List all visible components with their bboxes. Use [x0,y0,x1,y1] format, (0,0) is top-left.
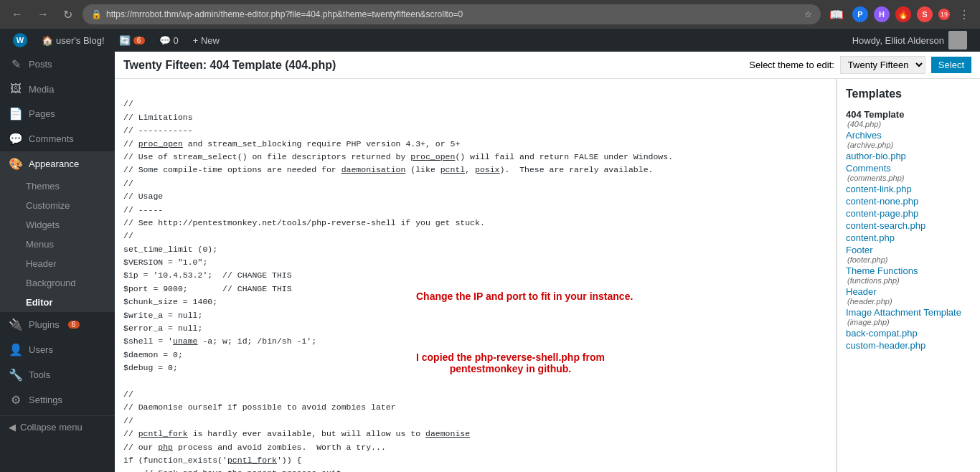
template-link-author-bio[interactable]: author-bio.php [846,151,971,161]
sidebar-item-plugins[interactable]: 🔌 Plugins 6 [0,312,115,337]
plugins-icon: 🔌 [9,318,23,331]
sidebar-item-editor[interactable]: Editor [0,293,115,312]
sidebar: ✎ Posts 🖼 Media 📄 Pages 💬 Comments 🎨 App… [0,52,115,472]
browser-chrome: ← → ↻ 🔒 https://mrrobot.thm/wp-admin/the… [0,0,980,29]
back-button[interactable]: ← [7,5,27,24]
template-link-custom-header[interactable]: custom-header.php [846,340,971,351]
template-link-404[interactable]: 404 Template [846,109,971,120]
pages-icon: 📄 [9,107,23,121]
new-label: + New [193,35,220,46]
ext-s-icon[interactable]: S [917,6,933,22]
template-filename-header-tmpl: (header.php) [847,297,971,306]
wp-logo-item[interactable]: W [6,29,34,52]
url-text: https://mrrobot.thm/wp-admin/theme-edito… [106,9,463,19]
template-filename-404: (404.php) [847,120,971,128]
comments-item[interactable]: 💬 0 [152,29,186,52]
template-item-content: content.php [846,232,971,243]
notification-badge: 19 [938,9,950,20]
template-link-theme-functions[interactable]: Theme Functions [846,265,971,276]
sidebar-label-menus: Menus [26,239,54,250]
template-link-back-compat[interactable]: back-compat.php [846,328,971,339]
sidebar-label-media: Media [29,84,54,95]
template-filename-comments: (comments.php) [847,174,971,182]
ext-h-icon[interactable]: H [874,6,890,22]
template-link-image-attachment[interactable]: Image Attachment Template [846,307,971,318]
template-item-back-compat: back-compat.php [846,328,971,339]
sidebar-item-posts[interactable]: ✎ Posts [0,52,115,77]
sidebar-label-appearance: Appearance [29,159,79,169]
template-link-content-none[interactable]: content-none.php [846,196,971,207]
template-link-content-search[interactable]: content-search.php [846,220,971,231]
sidebar-label-header: Header [26,258,57,269]
sidebar-label-users: Users [29,344,53,355]
user-avatar [948,31,967,49]
updates-item[interactable]: 🔄 6 [112,29,152,52]
template-item-image-attachment: Image Attachment Template (image.php) [846,307,971,326]
code-scroll-area[interactable]: // // Limitations // ----------- // proc… [115,79,836,472]
template-item-custom-header: custom-header.php [846,340,971,351]
update-count: 6 [133,37,145,44]
template-link-content-link[interactable]: content-link.php [846,184,971,194]
address-bar[interactable]: 🔒 https://mrrobot.thm/wp-admin/theme-edi… [83,4,821,24]
template-item-content-page: content-page.php [846,208,971,219]
sidebar-label-plugins: Plugins [29,319,60,330]
collapse-menu-button[interactable]: ◀ Collapse menu [0,416,115,438]
sidebar-item-comments[interactable]: 💬 Comments [0,126,115,151]
sidebar-label-background: Background [26,278,75,288]
template-link-content-page[interactable]: content-page.php [846,208,971,219]
sidebar-item-pages[interactable]: 📄 Pages [0,101,115,126]
settings-icon: ⚙ [9,393,23,407]
wp-logo: W [13,33,27,47]
bookmark-icon: ☆ [804,9,812,19]
refresh-button[interactable]: ↻ [59,5,77,24]
users-icon: 👤 [9,343,23,357]
template-item-archives: Archives (archive.php) [846,130,971,149]
sidebar-item-menus[interactable]: Menus [0,235,115,254]
template-link-comments[interactable]: Comments [846,163,971,174]
sidebar-item-background[interactable]: Background [0,273,115,293]
template-filename-image-attachment: (image.php) [847,318,971,326]
select-theme-label: Select theme to edit: [749,60,834,70]
code-lines: // // Limitations // ----------- // proc… [118,85,833,472]
ext-fire-icon[interactable]: 🔥 [895,6,911,22]
sidebar-item-themes[interactable]: Themes [0,176,115,196]
sidebar-item-settings[interactable]: ⚙ Settings [0,387,115,412]
template-link-footer[interactable]: Footer [846,245,971,255]
sidebar-label-comments: Comments [29,133,74,144]
template-item-content-search: content-search.php [846,220,971,231]
sidebar-item-appearance[interactable]: 🎨 Appearance [0,151,115,176]
sidebar-item-header[interactable]: Header [0,254,115,273]
sidebar-label-tools: Tools [29,369,50,380]
wp-main: ✎ Posts 🖼 Media 📄 Pages 💬 Comments 🎨 App… [0,52,980,472]
ext-p-icon[interactable]: P [852,6,868,22]
sidebar-item-media[interactable]: 🖼 Media [0,77,115,101]
template-link-archives[interactable]: Archives [846,130,971,141]
menu-icon[interactable]: ⋮ [956,5,973,24]
template-item-content-link: content-link.php [846,184,971,194]
template-item-comments: Comments (comments.php) [846,163,971,182]
site-name-item[interactable]: 🏠 user's Blog! [34,29,112,52]
select-theme-button[interactable]: Select [931,57,971,73]
reader-icon[interactable]: 📖 [826,5,847,24]
sidebar-label-editor: Editor [26,297,53,308]
theme-select[interactable]: Twenty Fifteen [840,56,925,74]
howdy-section[interactable]: Howdy, Elliot Alderson [845,31,974,49]
sidebar-item-widgets[interactable]: Widgets [0,215,115,235]
sidebar-label-settings: Settings [29,395,62,405]
sidebar-item-users[interactable]: 👤 Users [0,337,115,362]
comments-sidebar-icon: 💬 [9,132,23,146]
admin-bar-right: Howdy, Elliot Alderson [845,31,974,49]
template-link-header-tmpl[interactable]: Header [846,286,971,297]
collapse-section: ◀ Collapse menu [0,415,115,438]
select-theme-bar: Select theme to edit: Twenty Fifteen Sel… [749,56,971,74]
template-filename-footer: (footer.php) [847,255,971,264]
browser-extensions: 📖 P H 🔥 S 19 ⋮ [826,5,973,24]
new-content-item[interactable]: + New [186,29,227,52]
forward-button[interactable]: → [33,5,53,24]
sidebar-item-tools[interactable]: 🔧 Tools [0,362,115,387]
site-name: user's Blog! [56,35,105,46]
page-header: Twenty Fifteen: 404 Template (404.php) S… [115,52,980,79]
content-area: Twenty Fifteen: 404 Template (404.php) S… [115,52,980,472]
template-link-content[interactable]: content.php [846,232,971,243]
sidebar-item-customize[interactable]: Customize [0,196,115,215]
